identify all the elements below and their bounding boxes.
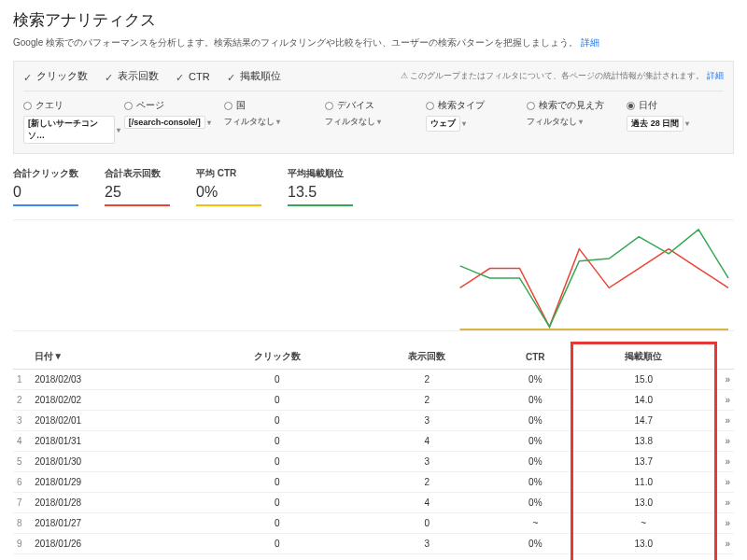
- col-date[interactable]: 日付▼: [31, 344, 195, 370]
- table-row[interactable]: 92018/01/26030%13.0»: [13, 534, 734, 554]
- metric-clicks[interactable]: ✓クリック数: [23, 69, 88, 83]
- radio-icon: [527, 102, 535, 110]
- chevron-down-icon: ▾: [462, 119, 466, 128]
- check-icon: ✓: [105, 72, 114, 81]
- metric-position[interactable]: ✓掲載順位: [227, 69, 281, 83]
- subtitle-details-link[interactable]: 詳細: [581, 37, 599, 48]
- row-expand-icon[interactable]: »: [712, 513, 734, 534]
- radio-icon: [23, 102, 32, 110]
- table-row[interactable]: 32018/02/01030%14.7»: [13, 411, 734, 431]
- filter-3[interactable]: デバイスフィルタなし ▾: [325, 99, 422, 144]
- table-row[interactable]: 82018/01/2700~~»: [13, 513, 734, 534]
- total-card: 合計クリック数0: [13, 167, 88, 206]
- col-position[interactable]: 掲載順位: [576, 344, 712, 370]
- total-card: 合計表示回数25: [105, 167, 179, 206]
- row-expand-icon[interactable]: »: [712, 370, 734, 390]
- row-expand-icon[interactable]: »: [712, 452, 734, 472]
- table-row[interactable]: 62018/01/29020%11.0»: [13, 472, 734, 493]
- table-row[interactable]: 102018/01/25020%13.5»: [13, 554, 734, 561]
- chevron-down-icon: ▾: [117, 126, 120, 134]
- chevron-down-icon: ▾: [207, 119, 211, 127]
- row-expand-icon[interactable]: »: [712, 411, 734, 431]
- table-row[interactable]: 42018/01/31040%13.8»: [13, 431, 734, 452]
- row-expand-icon[interactable]: »: [712, 431, 734, 452]
- data-table: 日付▼ クリック数 表示回数 CTR 掲載順位 12018/02/03020%1…: [13, 344, 734, 560]
- filter-0[interactable]: クエリ[新しいサーチコンソ… ▾: [23, 99, 120, 144]
- filters-row: クエリ[新しいサーチコンソ… ▾ページ[/search-console/] ▾国…: [23, 99, 724, 144]
- filter-4[interactable]: 検索タイプウェブ ▾: [426, 99, 523, 144]
- table-row[interactable]: 12018/02/03020%15.0»: [13, 370, 734, 390]
- page-subtitle: Google 検索でのパフォーマンスを分析します。検索結果のフィルタリングや比較…: [13, 36, 734, 49]
- trend-chart: [13, 219, 734, 331]
- chevron-down-icon: ▾: [377, 118, 381, 126]
- chevron-down-icon: ▾: [579, 118, 583, 126]
- filter-5[interactable]: 検索での見え方フィルタなし ▾: [527, 99, 624, 144]
- chevron-down-icon: ▾: [276, 118, 280, 126]
- metric-impressions[interactable]: ✓表示回数: [105, 69, 159, 83]
- radio-icon: [124, 102, 133, 110]
- notice-details-link[interactable]: 詳細: [707, 71, 724, 80]
- table-row[interactable]: 72018/01/28040%13.0»: [13, 493, 734, 513]
- radio-icon: [426, 102, 434, 110]
- total-card: 平均掲載順位13.5: [288, 167, 362, 206]
- aggregation-notice: ⚠ このグループまたはフィルタについて、各ページの統計情報が集計されます。 詳細: [401, 70, 724, 82]
- row-expand-icon[interactable]: »: [712, 554, 734, 561]
- filter-1[interactable]: ページ[/search-console/] ▾: [124, 99, 221, 144]
- chevron-down-icon: ▾: [685, 119, 689, 128]
- table-row[interactable]: 52018/01/30030%13.7»: [13, 452, 734, 472]
- radio-icon: [325, 102, 333, 110]
- row-expand-icon[interactable]: »: [712, 472, 734, 493]
- metrics-row: ✓クリック数 ✓表示回数 ✓CTR ✓掲載順位 ⚠ このグループまたはフィルタに…: [23, 69, 724, 91]
- col-impr[interactable]: 表示回数: [359, 344, 495, 370]
- filter-2[interactable]: 国フィルタなし ▾: [224, 99, 321, 144]
- check-icon: ✓: [23, 72, 33, 81]
- row-expand-icon[interactable]: »: [712, 493, 734, 513]
- totals-row: 合計クリック数0合計表示回数25平均 CTR0%平均掲載順位13.5: [13, 167, 734, 206]
- check-icon: ✓: [227, 72, 236, 81]
- filter-panel: ✓クリック数 ✓表示回数 ✓CTR ✓掲載順位 ⚠ このグループまたはフィルタに…: [13, 61, 734, 154]
- total-card: 平均 CTR0%: [196, 167, 271, 206]
- col-clicks[interactable]: クリック数: [195, 344, 359, 370]
- col-ctr[interactable]: CTR: [495, 344, 576, 370]
- radio-icon: [627, 102, 635, 110]
- check-icon: ✓: [176, 72, 185, 81]
- table-row[interactable]: 22018/02/02020%14.0»: [13, 390, 734, 411]
- radio-icon: [224, 102, 233, 110]
- row-expand-icon[interactable]: »: [712, 390, 734, 411]
- metric-ctr[interactable]: ✓CTR: [176, 71, 210, 82]
- filter-6[interactable]: 日付過去 28 日間 ▾: [627, 99, 724, 144]
- page-title: 検索アナリティクス: [13, 9, 734, 31]
- row-expand-icon[interactable]: »: [712, 534, 734, 554]
- data-table-wrap: 日付▼ クリック数 表示回数 CTR 掲載順位 12018/02/03020%1…: [13, 344, 734, 560]
